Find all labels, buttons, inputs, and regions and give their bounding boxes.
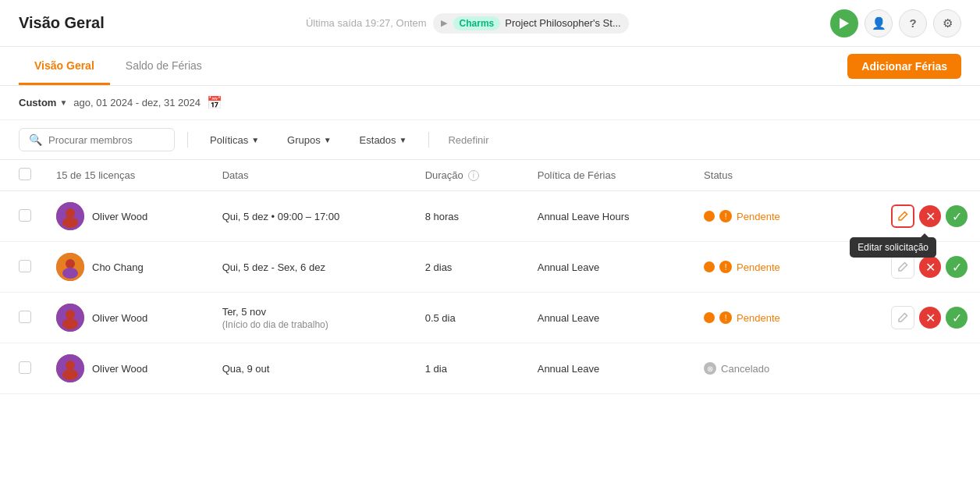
row-actions-cell: ✕ ✓ Editar solicitação	[836, 191, 980, 242]
row-status-cell: ! Pendente	[691, 191, 836, 242]
search-box[interactable]: 🔍	[19, 128, 175, 151]
reject-button[interactable]: ✕	[919, 307, 941, 329]
th-licenses: 15 de 15 licenças	[44, 160, 210, 191]
custom-dropdown[interactable]: Custom ▼	[19, 97, 67, 108]
status-icon: ⊗	[704, 362, 716, 375]
edit-button[interactable]	[891, 204, 914, 228]
project-name: Project Philosopher's St...	[505, 17, 620, 29]
status-badge: ⊗ Cancelado	[704, 362, 823, 375]
status-icon: !	[719, 261, 732, 273]
row-duration-cell: 8 horas	[413, 191, 525, 242]
groups-label: Grupos	[287, 134, 321, 146]
svg-point-8	[66, 310, 75, 319]
reset-button[interactable]: Redefinir	[442, 130, 495, 151]
dropdown-arrow-icon: ▼	[59, 98, 67, 107]
states-label: Estados	[360, 134, 396, 146]
row-checkbox[interactable]	[19, 311, 31, 323]
table-header-row: 15 de 15 licenças Datas Duração i Políti…	[0, 160, 980, 191]
row-duration-cell: 2 dias	[413, 242, 525, 293]
duration-info-icon[interactable]: i	[468, 170, 479, 181]
row-user-cell: Cho Chang	[44, 242, 210, 293]
row-actions-cell	[836, 343, 980, 394]
svg-marker-0	[840, 18, 849, 29]
help-button[interactable]: ?	[899, 9, 927, 37]
row-date-cell: Ter, 5 nov (Início do dia de trabalho)	[210, 293, 413, 343]
edit-button[interactable]	[891, 306, 914, 329]
row-date-cell: Qua, 9 out	[210, 343, 413, 394]
row-status-cell: ⊗ Cancelado	[691, 343, 836, 394]
row-user-cell: Oliver Wood	[44, 293, 210, 343]
row-actions-cell: ✕ ✓	[836, 242, 980, 293]
policies-filter[interactable]: Políticas ▼	[201, 130, 268, 151]
add-ferias-button[interactable]: Adicionar Férias	[847, 54, 961, 79]
tabs-left: Visão Geral Saldo de Férias	[19, 47, 218, 85]
calendar-icon[interactable]: 📅	[207, 95, 222, 110]
row-date-cell: Qui, 5 dez • 09:00 – 17:00	[210, 191, 413, 242]
row-actions-cell: ✕ ✓	[836, 293, 980, 343]
row-policy-cell: Annual Leave	[525, 293, 691, 343]
svg-point-3	[62, 217, 78, 228]
row-checkbox[interactable]	[19, 209, 31, 222]
row-status-cell: ! Pendente	[691, 242, 836, 293]
row-checkbox-cell	[0, 242, 44, 293]
table-row: Oliver Wood Ter, 5 nov (Início do dia de…	[0, 293, 980, 343]
th-status: Status	[691, 160, 836, 191]
svg-point-5	[66, 259, 75, 268]
table-row: Cho Chang Qui, 5 dez - Sex, 6 dez 2 dias…	[0, 242, 980, 293]
row-status-cell: ! Pendente	[691, 293, 836, 343]
avatar	[56, 202, 84, 230]
th-checkbox	[0, 160, 44, 191]
th-actions	[836, 160, 980, 191]
row-duration-cell: 0.5 dia	[413, 293, 525, 343]
date-main: Qui, 5 dez • 09:00 – 17:00	[222, 211, 340, 222]
policies-label: Políticas	[210, 134, 248, 146]
approve-button[interactable]: ✓	[946, 205, 968, 227]
user-name: Oliver Wood	[92, 312, 147, 324]
user-name: Oliver Wood	[92, 363, 147, 375]
duration-value: 1 dia	[425, 363, 447, 375]
reject-button[interactable]: ✕	[919, 256, 941, 278]
date-dropdown-label: Custom	[19, 97, 56, 108]
duration-value: 0.5 dia	[425, 312, 456, 324]
edit-button[interactable]	[891, 255, 914, 279]
row-checkbox[interactable]	[19, 260, 31, 272]
search-input[interactable]	[48, 134, 158, 146]
status-text: Pendente	[737, 211, 780, 222]
project-badge-container: ▶ Charms Project Philosopher's St...	[433, 13, 629, 34]
reject-button[interactable]: ✕	[919, 205, 941, 227]
duration-value: 8 horas	[425, 211, 459, 222]
th-policy: Política de Férias	[525, 160, 691, 191]
user-button[interactable]: 👤	[865, 9, 893, 37]
status-icon: !	[719, 210, 732, 222]
project-tag: Charms	[453, 16, 501, 30]
search-filter-bar: 🔍 Políticas ▼ Grupos ▼ Estados ▼ Redefin…	[0, 120, 980, 160]
policy-value: Annual Leave	[538, 261, 600, 273]
table-container: 15 de 15 licenças Datas Duração i Políti…	[0, 160, 980, 487]
tab-visao-geral[interactable]: Visão Geral	[19, 47, 110, 85]
row-checkbox-cell	[0, 343, 44, 394]
status-text: Pendente	[737, 261, 780, 273]
policy-value: Annual Leave Hours	[538, 211, 630, 222]
groups-arrow-icon: ▼	[324, 136, 332, 144]
policy-value: Annual Leave	[538, 363, 600, 375]
date-main: Qua, 9 out	[222, 363, 270, 375]
row-checkbox[interactable]	[19, 361, 31, 374]
date-selector: Custom ▼ ago, 01 2024 - dez, 31 2024 📅	[19, 95, 222, 110]
states-filter[interactable]: Estados ▼	[350, 130, 417, 151]
play-button[interactable]	[830, 9, 858, 37]
row-policy-cell: Annual Leave	[525, 242, 691, 293]
groups-filter[interactable]: Grupos ▼	[278, 130, 341, 151]
date-range-label: ago, 01 2024 - dez, 31 2024	[73, 97, 201, 108]
avatar	[56, 304, 84, 332]
approve-button[interactable]: ✓	[946, 256, 968, 278]
select-all-checkbox[interactable]	[19, 168, 31, 180]
row-policy-cell: Annual Leave Hours	[525, 191, 691, 242]
row-actions: ✕ ✓	[848, 255, 968, 279]
svg-point-6	[62, 268, 78, 279]
approve-button[interactable]: ✓	[946, 307, 968, 329]
settings-button[interactable]: ⚙	[933, 9, 961, 37]
row-user-cell: Oliver Wood	[44, 191, 210, 242]
tab-saldo-ferias[interactable]: Saldo de Férias	[110, 47, 218, 85]
date-main: Ter, 5 nov	[222, 306, 400, 318]
header-actions: 👤 ? ⚙	[830, 9, 961, 37]
